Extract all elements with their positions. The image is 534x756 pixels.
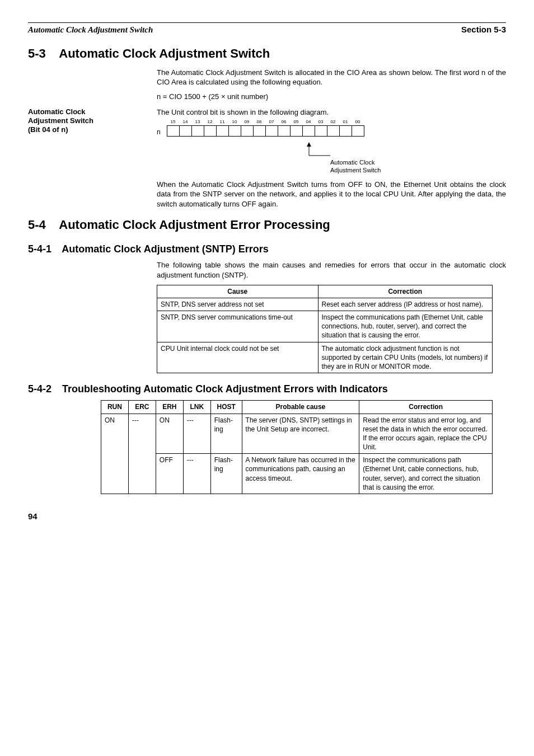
cell-erh: OFF	[156, 454, 183, 494]
table-row: Cause Correction	[157, 285, 493, 298]
table-row: SNTP, DNS server communications time-out…	[157, 311, 493, 342]
heading-5-4-1-num: 5-4-1	[28, 242, 59, 256]
cell-run: ON	[101, 414, 129, 494]
cell-lnk: ---	[183, 414, 210, 454]
cell-cause: CPU Unit internal clock could not be set	[157, 342, 318, 373]
cell-correction: Inspect the communications path (Etherne…	[318, 311, 492, 342]
bit-num: 08	[253, 119, 265, 125]
heading-5-4-2-num: 5-4-2	[28, 382, 59, 396]
bit-num: 12	[204, 119, 216, 125]
heading-5-4-1: 5-4-1 Automatic Clock Adjustment (SNTP) …	[28, 242, 506, 256]
bit-numbers-row: 15 14 13 12 11 10 09 08 07 06 05 04 03 0…	[167, 119, 506, 125]
th-erh: ERH	[156, 401, 183, 414]
para-5-4-1-intro: The following table shows the main cause…	[157, 260, 506, 280]
bit-num: 00	[352, 119, 364, 125]
table-row: ON --- ON --- Flash-ing The server (DNS,…	[101, 414, 493, 454]
th-host: HOST	[210, 401, 242, 414]
pointer-caption-l2: Adjustment Switch	[330, 167, 381, 173]
heading-5-3: 5-3 Automatic Clock Adjustment Switch	[28, 45, 506, 62]
heading-5-4-title: Automatic Clock Adjustment Error Process…	[59, 218, 330, 232]
formula-n: n = CIO 1500 + (25 × unit number)	[157, 92, 506, 102]
cell-probable: A Network failure has occurred in the co…	[242, 454, 359, 494]
table-row: OFF --- Flash-ing A Network failure has …	[101, 454, 493, 494]
bit-num: 03	[315, 119, 327, 125]
heading-5-4-1-title: Automatic Clock Adjustment (SNTP) Errors	[62, 243, 268, 255]
bit-num: 13	[191, 119, 204, 125]
th-correction: Correction	[359, 401, 493, 414]
bit-num: 05	[290, 119, 302, 125]
heading-5-4-2: 5-4-2 Troubleshooting Automatic Clock Ad…	[28, 382, 506, 396]
bit-num: 07	[265, 119, 278, 125]
table-troubleshooting: RUN ERC ERH LNK HOST Probable cause Corr…	[101, 400, 493, 494]
page-header: Automatic Clock Adjustment Switch Sectio…	[28, 22, 506, 35]
svg-marker-1	[307, 142, 311, 147]
th-probable: Probable cause	[242, 401, 359, 414]
header-left: Automatic Clock Adjustment Switch	[28, 24, 153, 35]
bit-num: 10	[228, 119, 241, 125]
bit-cells	[167, 125, 364, 137]
pointer-caption-l1: Automatic Clock	[330, 159, 374, 166]
page-number: 94	[28, 511, 506, 522]
heading-5-4-num: 5-4	[28, 217, 56, 233]
bit-num: 15	[167, 119, 179, 125]
cell-lnk: ---	[183, 454, 210, 494]
th-erc: ERC	[128, 401, 156, 414]
cell-correction: Reset each server address (IP address or…	[318, 298, 492, 311]
bit-num: 04	[302, 119, 315, 125]
side-label-auto-clock: Automatic Clock Adjustment Switch (Bit 0…	[28, 107, 140, 135]
side-label-l3: (Bit 04 of n)	[28, 125, 68, 134]
cell-host: Flash-ing	[210, 414, 242, 454]
table-row: CPU Unit internal clock could not be set…	[157, 342, 493, 373]
bit-num: 06	[278, 119, 290, 125]
side-label-l2: Adjustment Switch	[28, 116, 93, 125]
para-5-3-behavior: When the Automatic Clock Adjustment Swit…	[157, 180, 506, 209]
para-unit-control-bit: The Unit control bit is shown in the fol…	[157, 107, 506, 118]
th-cause: Cause	[157, 285, 318, 298]
heading-5-4-2-title: Troubleshooting Automatic Clock Adjustme…	[62, 383, 388, 395]
cell-erh: ON	[156, 414, 183, 454]
bit-num: 02	[327, 119, 339, 125]
th-correction: Correction	[318, 285, 492, 298]
cell-correction: Inspect the communications path (Etherne…	[359, 454, 493, 494]
table-row: RUN ERC ERH LNK HOST Probable cause Corr…	[101, 401, 493, 414]
table-cause-correction: Cause Correction SNTP, DNS server addres…	[157, 285, 493, 374]
bit-num: 14	[179, 119, 191, 125]
heading-5-3-num: 5-3	[28, 45, 56, 62]
side-label-l1: Automatic Clock	[28, 107, 86, 116]
table-row: SNTP, DNS server address not set Reset e…	[157, 298, 493, 311]
pointer-caption: Automatic Clock Adjustment Switch	[330, 159, 506, 173]
bit-num: 11	[216, 119, 228, 125]
cell-host: Flash-ing	[210, 454, 242, 494]
pointer-arrow-icon	[157, 140, 381, 157]
n-label: n	[157, 128, 165, 137]
para-5-3-intro: The Automatic Clock Adjustment Switch is…	[157, 68, 506, 87]
heading-5-4: 5-4 Automatic Clock Adjustment Error Pro…	[28, 217, 506, 233]
cell-cause: SNTP, DNS server communications time-out	[157, 311, 318, 342]
cell-probable: The server (DNS, SNTP) settings in the U…	[242, 414, 359, 454]
bit-num: 09	[241, 119, 253, 125]
bit-diagram: 15 14 13 12 11 10 09 08 07 06 05 04 03 0…	[157, 119, 506, 137]
heading-5-3-title: Automatic Clock Adjustment Switch	[59, 46, 270, 60]
cell-cause: SNTP, DNS server address not set	[157, 298, 318, 311]
bit-num: 01	[339, 119, 352, 125]
cell-correction: Read the error status and error log, and…	[359, 414, 493, 454]
th-lnk: LNK	[183, 401, 210, 414]
cell-erc: ---	[128, 414, 156, 494]
cell-correction: The automatic clock adjustment function …	[318, 342, 492, 373]
header-right: Section 5-3	[461, 24, 506, 35]
th-run: RUN	[101, 401, 129, 414]
